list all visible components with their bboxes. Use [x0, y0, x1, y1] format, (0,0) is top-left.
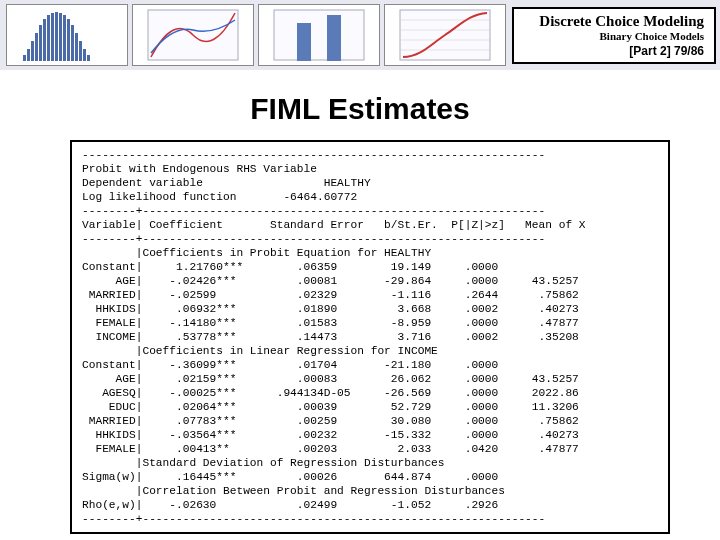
svg-rect-10 — [59, 13, 62, 61]
svg-rect-1 — [23, 55, 26, 61]
svg-rect-2 — [27, 49, 30, 61]
page-title: FIML Estimates — [0, 92, 720, 126]
row: MARRIED| .07783*** .00259 30.080 .0000 .… — [82, 414, 658, 428]
thumb-chart-4 — [384, 4, 506, 66]
thumbnail-strip — [0, 0, 512, 70]
output-divider-top: ----------------------------------------… — [82, 148, 658, 162]
title-sub: Binary Choice Models — [524, 30, 704, 42]
row: MARRIED| -.02599 .02329 -1.116 .2644 .75… — [82, 288, 658, 302]
svg-rect-11 — [63, 15, 66, 61]
row: HHKIDS| .06932*** .01890 3.668 .0002 .40… — [82, 302, 658, 316]
svg-rect-6 — [43, 19, 46, 61]
svg-rect-20 — [297, 23, 311, 61]
title-box: Discrete Choice Modeling Binary Choice M… — [512, 7, 716, 64]
thumb-chart-3 — [258, 4, 380, 66]
column-header: Variable| Coefficient Standard Error b/S… — [82, 218, 658, 232]
row: FEMALE| -.14180*** .01583 -8.959 .0000 .… — [82, 316, 658, 330]
row-rho: Rho(e,w)| -.02630 .02499 -1.052 .2926 — [82, 498, 658, 512]
svg-rect-15 — [79, 41, 82, 61]
row: AGESQ| -.00025*** .944134D-05 -26.569 .0… — [82, 386, 658, 400]
section-2-label: |Coefficients in Linear Regression for I… — [82, 344, 658, 358]
svg-rect-14 — [75, 33, 78, 61]
thumb-chart-1 — [6, 4, 128, 66]
row: INCOME| .53778*** .14473 3.716 .0002 .35… — [82, 330, 658, 344]
section-1-label: |Coefficients in Probit Equation for HEA… — [82, 246, 658, 260]
sep-1: --------+-------------------------------… — [82, 204, 658, 218]
section-4-label: |Correlation Between Probit and Regressi… — [82, 484, 658, 498]
row: AGE| .02159*** .00083 26.062 .0000 43.52… — [82, 372, 658, 386]
svg-rect-7 — [47, 15, 50, 61]
row: AGE| -.02426*** .00081 -29.864 .0000 43.… — [82, 274, 658, 288]
svg-rect-19 — [274, 10, 364, 60]
row: Constant| 1.21760*** .06359 19.149 .0000 — [82, 260, 658, 274]
svg-rect-9 — [55, 12, 58, 61]
title-part: [Part 2] 79/86 — [524, 44, 704, 58]
sep-2: --------+-------------------------------… — [82, 232, 658, 246]
svg-rect-3 — [31, 41, 34, 61]
svg-rect-12 — [67, 19, 70, 61]
svg-rect-17 — [87, 55, 90, 61]
title-main: Discrete Choice Modeling — [524, 13, 704, 30]
svg-rect-13 — [71, 25, 74, 61]
sep-bottom: --------+-------------------------------… — [82, 512, 658, 526]
header-band: Discrete Choice Modeling Binary Choice M… — [0, 0, 720, 70]
loglik-line: Log likelihood function -6464.60772 — [82, 190, 658, 204]
row: FEMALE| .00413** .00203 2.033 .0420 .478… — [82, 442, 658, 456]
row-sigma: Sigma(w)| .16445*** .00026 644.874 .0000 — [82, 470, 658, 484]
model-line: Probit with Endogenous RHS Variable — [82, 162, 658, 176]
section-3-label: |Standard Deviation of Regression Distur… — [82, 456, 658, 470]
svg-rect-21 — [327, 15, 341, 61]
svg-rect-4 — [35, 33, 38, 61]
svg-rect-16 — [83, 49, 86, 61]
estimates-output: ----------------------------------------… — [70, 140, 670, 534]
thumb-chart-2 — [132, 4, 254, 66]
row: Constant| -.36099*** .01704 -21.180 .000… — [82, 358, 658, 372]
row: EDUC| .02064*** .00039 52.729 .0000 11.3… — [82, 400, 658, 414]
row: HHKIDS| -.03564*** .00232 -15.332 .0000 … — [82, 428, 658, 442]
dep-var-line: Dependent variable HEALTHY — [82, 176, 658, 190]
svg-rect-8 — [51, 13, 54, 61]
svg-rect-5 — [39, 25, 42, 61]
